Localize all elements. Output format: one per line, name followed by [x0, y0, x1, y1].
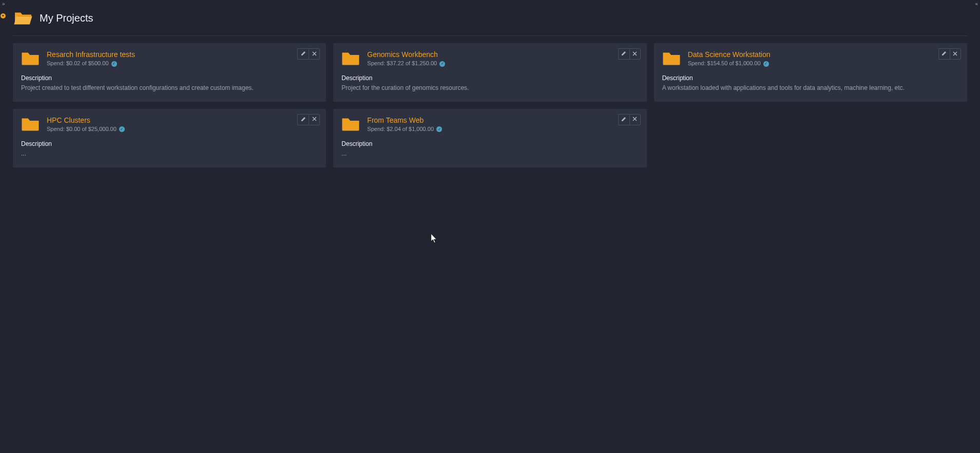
- project-description: Project for the curation of genomics res…: [341, 84, 638, 92]
- folder-icon: [21, 116, 40, 133]
- verified-icon: ✓: [439, 61, 445, 67]
- delete-button[interactable]: [309, 48, 320, 60]
- pencil-icon: [301, 51, 306, 57]
- project-spend: Spend: $37.22 of $1,250.00 ✓: [367, 60, 445, 67]
- pencil-icon: [621, 51, 626, 57]
- project-spend: Spend: $154.50 of $1,000.00 ✓: [688, 60, 771, 67]
- mouse-cursor: [431, 234, 438, 244]
- expand-left-sidebar[interactable]: »: [2, 1, 5, 7]
- pencil-icon: [301, 117, 306, 123]
- project-spend: Spend: $0.02 of $500.00 ✓: [47, 60, 135, 67]
- project-title[interactable]: Genomics Workbench: [367, 50, 445, 59]
- project-title[interactable]: Data Science Workstation: [688, 50, 771, 59]
- project-title[interactable]: Resarch Infrastructure tests: [47, 50, 135, 59]
- close-icon: [312, 117, 317, 122]
- description-label: Description: [21, 74, 318, 82]
- project-spend: Spend: $2.04 of $1,000.00 ✓: [367, 126, 442, 133]
- verified-icon: ✓: [763, 61, 769, 67]
- project-title[interactable]: From Teams Web: [367, 116, 442, 124]
- verified-icon: ✓: [119, 126, 125, 132]
- expand-right-sidebar[interactable]: «: [975, 1, 978, 7]
- verified-icon: ✓: [111, 61, 117, 67]
- folder-icon: [341, 50, 360, 67]
- project-card: Data Science Workstation Spend: $154.50 …: [654, 43, 967, 102]
- close-icon: [632, 51, 637, 57]
- pencil-icon: [941, 51, 947, 57]
- delete-button[interactable]: [950, 48, 961, 60]
- close-icon: [632, 117, 637, 122]
- project-spend: Spend: $0.00 of $25,000.00 ✓: [47, 126, 125, 133]
- edit-button[interactable]: [297, 114, 309, 125]
- project-card: HPC Clusters Spend: $0.00 of $25,000.00 …: [13, 109, 326, 167]
- folder-icon: [341, 116, 360, 133]
- delete-button[interactable]: [629, 48, 641, 60]
- page-header: My Projects: [13, 9, 967, 36]
- page-title: My Projects: [40, 12, 93, 24]
- project-description: A workstation loaded with applications a…: [662, 84, 959, 92]
- project-card: From Teams Web Spend: $2.04 of $1,000.00…: [333, 109, 646, 167]
- pencil-icon: [621, 117, 626, 123]
- edit-button[interactable]: [938, 48, 950, 60]
- folder-icon: [662, 50, 681, 67]
- settings-badge-icon[interactable]: ✦: [1, 13, 6, 18]
- folder-icon: [21, 50, 40, 67]
- close-icon: [312, 51, 317, 57]
- project-card: Resarch Infrastructure tests Spend: $0.0…: [13, 43, 326, 102]
- edit-button[interactable]: [618, 114, 629, 125]
- project-card: Genomics Workbench Spend: $37.22 of $1,2…: [333, 43, 646, 102]
- project-description: Project created to test different workst…: [21, 84, 318, 92]
- edit-button[interactable]: [297, 48, 309, 60]
- close-icon: [953, 51, 957, 57]
- project-title[interactable]: HPC Clusters: [47, 116, 125, 124]
- description-label: Description: [21, 140, 318, 147]
- folder-open-icon: [13, 9, 33, 27]
- description-label: Description: [341, 74, 638, 82]
- delete-button[interactable]: [629, 114, 641, 125]
- project-description: ...: [341, 149, 638, 158]
- edit-button[interactable]: [618, 48, 629, 60]
- verified-icon: ✓: [436, 126, 442, 132]
- description-label: Description: [662, 74, 959, 82]
- project-description: ...: [21, 149, 318, 158]
- delete-button[interactable]: [309, 114, 320, 125]
- description-label: Description: [341, 140, 638, 147]
